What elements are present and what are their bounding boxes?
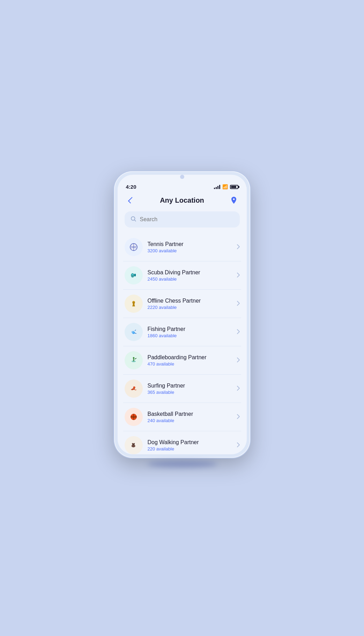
- scuba-text: Scuba Diving Partner2450 available: [148, 269, 232, 282]
- paddleboarding-title: Paddleboarding Partner: [148, 354, 232, 361]
- tennis-count: 3200 available: [148, 248, 232, 253]
- dogwalking-icon: [125, 436, 143, 454]
- basketball-text: Basketball Partner240 available: [148, 411, 232, 423]
- svg-rect-10: [133, 304, 134, 305]
- paddleboarding-count: 470 available: [148, 361, 232, 367]
- chess-text: Offline Chess Partner2220 available: [148, 298, 232, 310]
- svg-point-11: [133, 301, 134, 302]
- svg-point-31: [133, 445, 133, 445]
- paddleboarding-icon: [125, 351, 143, 369]
- tennis-icon: [125, 238, 143, 256]
- search-icon: [130, 216, 136, 223]
- scuba-chevron-icon: [237, 273, 240, 279]
- header: Any Location: [118, 192, 247, 210]
- paddleboarding-chevron-icon: [237, 357, 240, 363]
- dogwalking-text: Dog Walking Partner220 available: [148, 439, 232, 451]
- fishing-icon: [125, 323, 143, 341]
- chess-count: 2220 available: [148, 305, 232, 310]
- fishing-title: Fishing Partner: [148, 326, 232, 332]
- paddleboarding-text: Paddleboarding Partner470 available: [148, 354, 232, 367]
- surfing-title: Surfing Partner: [148, 383, 232, 389]
- basketball-chevron-icon: [237, 414, 240, 420]
- fishing-text: Fishing Partner1860 available: [148, 326, 232, 338]
- surfing-count: 365 available: [148, 390, 232, 395]
- scuba-icon: [125, 266, 143, 284]
- list-item-surfing[interactable]: Surfing Partner365 available: [123, 375, 241, 403]
- chess-title: Offline Chess Partner: [148, 298, 232, 304]
- bottom-glow: [147, 461, 217, 468]
- svg-point-22: [133, 386, 135, 389]
- list-item-paddleboarding[interactable]: Paddleboarding Partner470 available: [123, 346, 241, 375]
- status-icons: 📶: [214, 184, 238, 189]
- fishing-count: 1860 available: [148, 333, 232, 338]
- back-chevron-icon: [128, 197, 134, 203]
- status-time: 4:20: [126, 184, 136, 190]
- dogwalking-chevron-icon: [237, 442, 240, 448]
- basketball-count: 240 available: [148, 418, 232, 423]
- tennis-text: Tennis Partner3200 available: [148, 241, 232, 253]
- chess-chevron-icon: [237, 301, 240, 307]
- surfing-text: Surfing Partner365 available: [148, 383, 232, 395]
- phone-screen: 4:20 📶 Any Location: [118, 175, 247, 454]
- search-bar[interactable]: [125, 211, 240, 227]
- svg-point-18: [133, 357, 134, 359]
- page-title: Any Location: [160, 196, 204, 204]
- wifi-icon: 📶: [222, 184, 228, 189]
- chess-icon: [125, 295, 143, 313]
- scuba-count: 2450 available: [148, 276, 232, 282]
- activity-list: Tennis Partner3200 availableScuba Diving…: [118, 233, 247, 454]
- surfing-chevron-icon: [237, 386, 240, 392]
- camera-notch: [180, 175, 184, 179]
- surfing-icon: [125, 380, 143, 398]
- svg-rect-7: [134, 274, 136, 276]
- search-input[interactable]: [140, 216, 234, 223]
- basketball-title: Basketball Partner: [148, 411, 232, 417]
- svg-point-8: [132, 274, 133, 275]
- svg-point-32: [133, 445, 134, 445]
- svg-point-14: [134, 331, 135, 332]
- status-bar: 4:20 📶: [118, 180, 247, 192]
- list-item-dogwalking[interactable]: Dog Walking Partner220 available: [123, 431, 241, 454]
- search-container: [118, 210, 247, 233]
- back-button[interactable]: [125, 195, 136, 206]
- list-item-scuba[interactable]: Scuba Diving Partner2450 available: [123, 261, 241, 290]
- battery-icon: [230, 185, 238, 189]
- signal-icon: [214, 185, 220, 189]
- phone-frame: 4:20 📶 Any Location: [114, 171, 250, 458]
- location-pin-icon: [230, 196, 238, 204]
- list-item-fishing[interactable]: Fishing Partner1860 available: [123, 318, 241, 346]
- svg-point-13: [132, 331, 133, 332]
- tennis-title: Tennis Partner: [148, 241, 232, 247]
- location-button[interactable]: [228, 195, 239, 206]
- tennis-chevron-icon: [237, 244, 240, 250]
- basketball-icon: [125, 408, 143, 426]
- list-item-basketball[interactable]: Basketball Partner240 available: [123, 403, 241, 431]
- dogwalking-title: Dog Walking Partner: [148, 439, 232, 446]
- scuba-title: Scuba Diving Partner: [148, 269, 232, 276]
- dogwalking-count: 220 available: [148, 446, 232, 451]
- list-item-chess[interactable]: Offline Chess Partner2220 available: [123, 290, 241, 318]
- list-item-tennis[interactable]: Tennis Partner3200 available: [123, 233, 241, 261]
- fishing-chevron-icon: [237, 329, 240, 335]
